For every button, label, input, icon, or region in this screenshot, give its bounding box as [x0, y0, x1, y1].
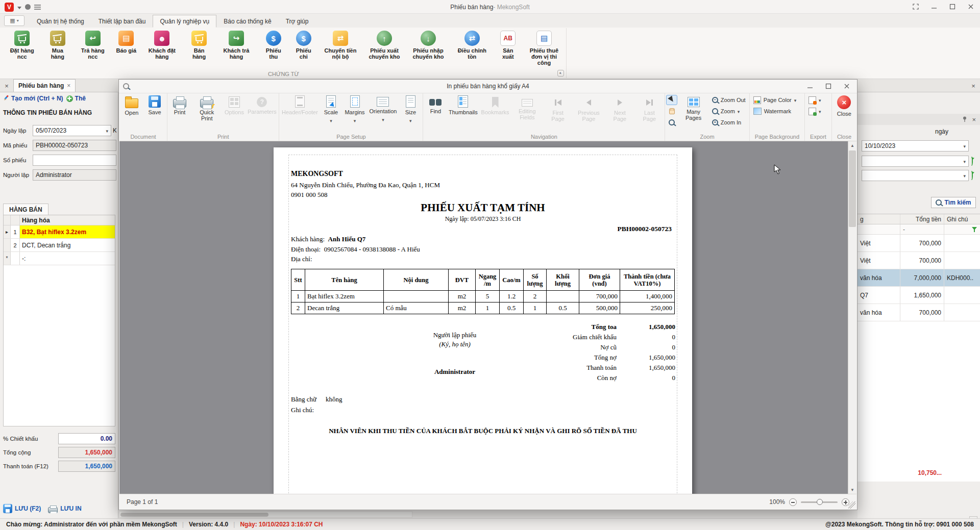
quick-print-button[interactable]: Quick Print: [191, 94, 222, 122]
ribbon-item-dat-hang-ncc[interactable]: Đặt hàng ncc: [2, 29, 42, 60]
pointer-tool-button[interactable]: [666, 95, 677, 105]
next-page-button[interactable]: Next Page: [605, 94, 634, 122]
close-all-tabs-icon[interactable]: [1, 80, 12, 91]
previous-page-button[interactable]: Previous Page: [573, 94, 604, 122]
item-cell[interactable]: -:: [20, 252, 115, 265]
column-ghi-chu[interactable]: Ghi chú: [944, 214, 980, 224]
ribbon-item-bao-gia[interactable]: Báo giá: [112, 29, 140, 54]
date-combobox[interactable]: 10/10/2023: [862, 140, 969, 152]
open-button[interactable]: Open: [120, 94, 143, 116]
dialog-minimize-button[interactable]: [801, 80, 819, 93]
many-pages-button[interactable]: Many Pages: [678, 94, 708, 121]
dialog-close-button[interactable]: [838, 80, 856, 93]
ribbon-item-mua-hang[interactable]: Mua hàng: [42, 29, 73, 60]
orientation-button[interactable]: Orientation: [368, 94, 399, 123]
ribbon-item-khach-tra-hang[interactable]: Khách trả hàng: [214, 29, 258, 60]
save-button[interactable]: Save: [143, 94, 166, 116]
pin-icon[interactable]: [962, 116, 968, 122]
close-preview-button[interactable]: Close: [833, 94, 855, 117]
grid-row-1[interactable]: 1 B32, Bạt hiflex 3.2zem: [4, 225, 115, 239]
ribbon-item-khach-dat-hang[interactable]: Khách đặt hàng: [140, 29, 184, 60]
print-button[interactable]: Print: [168, 94, 191, 116]
header-footer-button[interactable]: Header/Footer: [280, 94, 319, 116]
send-email-button[interactable]: [806, 106, 824, 116]
ribbon-item-ban-hang[interactable]: Bán hàng: [184, 29, 214, 60]
grid-row-2[interactable]: 2 DCT, Decan trắng: [4, 239, 115, 252]
tab-bao-cao-thong-ke[interactable]: Báo cáo thống kê: [216, 15, 278, 28]
tab-phieu-ban-hang[interactable]: Phiếu bán hàng: [13, 79, 76, 92]
zoom-out-button[interactable]: Zoom Out: [709, 95, 748, 105]
tab-thiet-lap-ban-dau[interactable]: Thiết lập ban đầu: [91, 15, 153, 28]
refresh-button[interactable]: [971, 158, 978, 165]
chevron-down-icon[interactable]: [17, 7, 21, 11]
scrollbar-thumb[interactable]: [120, 513, 268, 517]
filter-icon[interactable]: [971, 226, 977, 233]
ribbon-item-phieu-chi[interactable]: Phiếu chi: [289, 29, 318, 60]
ma-phieu-field[interactable]: PBH00002-050723: [33, 140, 116, 151]
tabstrip-close-icon[interactable]: [968, 80, 979, 91]
horizontal-scrollbar[interactable]: [119, 511, 412, 518]
item-cell[interactable]: B32, Bạt hiflex 3.2zem: [20, 225, 115, 238]
parameters-button[interactable]: Parameters: [246, 94, 278, 115]
ribbon-item-phieu-thu[interactable]: Phiếu thu: [258, 29, 289, 60]
quick-access-icon[interactable]: [25, 4, 31, 10]
ribbon-item-phieu-xuat-chuyen-kho[interactable]: Phiếu xuất chuyển kho: [362, 29, 406, 60]
minimize-button[interactable]: [925, 0, 943, 13]
resize-grip[interactable]: [848, 501, 855, 509]
chevron-down-icon[interactable]: [963, 142, 966, 149]
chevron-down-icon[interactable]: [963, 172, 966, 179]
save-print-button[interactable]: LƯU IN: [48, 504, 81, 513]
refresh-button[interactable]: [971, 172, 978, 179]
scroll-down-icon[interactable]: [848, 486, 856, 494]
ribbon-item-san-xuat[interactable]: Sản xuất: [494, 29, 522, 60]
zoom-button[interactable]: Zoom: [709, 106, 748, 116]
payment-input[interactable]: 1,650,000: [58, 461, 115, 472]
editing-fields-button[interactable]: Editing Fields: [511, 94, 543, 121]
tab-hang-ban[interactable]: HÀNG BÁN: [3, 204, 48, 215]
scrollbar-thumb[interactable]: [849, 150, 856, 227]
tab-close-icon[interactable]: [67, 82, 70, 89]
result-row[interactable]: văn hóa 700,000: [857, 304, 980, 321]
result-row[interactable]: Việt 700,000: [857, 252, 980, 269]
customize-toolbar-icon[interactable]: [34, 5, 41, 10]
save-button[interactable]: LƯU (F2): [3, 504, 41, 513]
find-button[interactable]: Find: [424, 94, 447, 115]
column-khach-hang[interactable]: g: [857, 214, 900, 224]
tab-tro-giup[interactable]: Trợ giúp: [279, 15, 316, 28]
export-to-button[interactable]: [806, 95, 824, 105]
discount-input[interactable]: 0.00: [58, 433, 115, 444]
item-cell[interactable]: DCT, Decan trắng: [20, 239, 115, 251]
tab-quan-ly-nghiep-vu[interactable]: Quản lý nghiệp vụ: [153, 15, 216, 28]
add-link[interactable]: Thê: [66, 95, 86, 102]
magnifier-tool-button[interactable]: [666, 117, 677, 128]
preview-vertical-scrollbar[interactable]: [848, 141, 856, 494]
zoom-in-button[interactable]: Zoom In: [709, 117, 748, 128]
ribbon-item-phieu-nhap-chuyen-kho[interactable]: Phiếu nhập chuyển kho: [406, 29, 450, 60]
result-row[interactable]: Việt 700,000: [857, 235, 980, 252]
close-button[interactable]: [962, 0, 980, 13]
filter-combobox-2[interactable]: [862, 170, 969, 181]
thumbnails-button[interactable]: Thumbnails: [447, 94, 479, 116]
panel-close-icon[interactable]: [972, 116, 976, 123]
size-button[interactable]: Size: [399, 94, 422, 124]
so-phieu-field[interactable]: [33, 155, 116, 166]
last-page-button[interactable]: Last Page: [635, 94, 664, 122]
create-new-link[interactable]: Tạo mới (Ctrl + N): [3, 95, 63, 102]
result-row-selected[interactable]: văn hóa 7,000,000 KDH000..: [857, 269, 980, 287]
ribbon-item-phieu-thue-don-vi-thi-cong[interactable]: Phiếu thuê đơn vị thi công: [522, 29, 566, 66]
filter-combobox-1[interactable]: [862, 156, 969, 167]
app-logo[interactable]: V: [5, 3, 14, 12]
options-button[interactable]: Options: [223, 94, 246, 116]
column-tong-tien[interactable]: Tổng tiền: [900, 214, 944, 224]
scale-button[interactable]: Scale: [320, 94, 342, 124]
dialog-titlebar[interactable]: In phiếu bán hàng khổ giấy A4: [119, 80, 857, 93]
fullscreen-button[interactable]: [906, 0, 925, 13]
nguoi-lap-field[interactable]: Administrator: [33, 169, 116, 181]
chevron-down-icon[interactable]: [963, 158, 966, 165]
ribbon-item-chuyen-tien-noi-bo[interactable]: Chuyển tiền nội bộ: [318, 29, 362, 60]
tab-quan-tri-he-thong[interactable]: Quản trị hệ thống: [30, 15, 91, 28]
grid-new-row[interactable]: * -:: [4, 252, 115, 265]
zoom-slider[interactable]: [801, 501, 838, 503]
filter-row[interactable]: -: [857, 224, 980, 235]
search-button[interactable]: Tìm kiếm: [931, 197, 976, 208]
